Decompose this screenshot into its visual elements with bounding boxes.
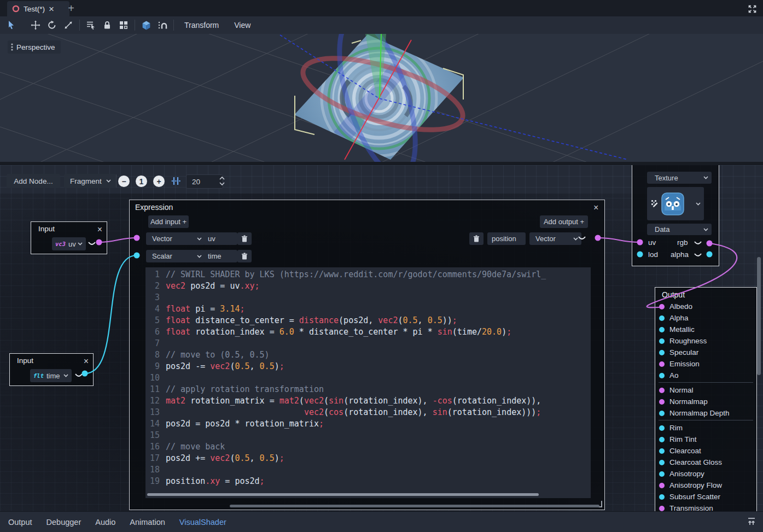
code-line[interactable]: 4float pi = 3.14; [145,303,591,315]
expand-panel-icon[interactable] [747,517,756,528]
input-node-time[interactable]: Input × flt time [9,353,94,386]
list-select-button[interactable] [83,18,99,32]
graph-vertical-scrollbar[interactable] [757,257,761,375]
fullscreen-icon[interactable] [747,3,758,14]
code-line[interactable]: 1// SWIRL SHADER by LKS (https://www.red… [145,269,591,280]
port-preview-icon[interactable] [578,236,586,241]
code-line[interactable]: 11// apply rotation transformation [145,384,591,395]
port-subsurf-scatter-in[interactable] [659,494,665,500]
port-emission-in[interactable] [659,361,665,367]
port-clearcoat-in[interactable] [659,448,665,454]
lock-button[interactable] [99,18,115,32]
code-line[interactable]: 7 [145,338,591,349]
port-roughness-in[interactable] [659,338,665,344]
bottom-tab-debugger[interactable]: Debugger [46,518,81,527]
code-line[interactable]: 16// move back [145,441,591,453]
port-metallic-in[interactable] [659,327,665,332]
delete-output-button[interactable] [469,232,484,245]
rotate-tool-button[interactable] [44,18,60,32]
chevron-down-icon[interactable] [696,202,701,206]
zoom-reset-button[interactable]: 1 [136,176,147,187]
transform-menu[interactable]: Transform [177,21,226,30]
snap-step-spinbox[interactable]: 20 [186,174,223,189]
select-tool-button[interactable] [3,18,20,32]
port-normalmap-depth-in[interactable] [659,411,665,416]
port-specular-in[interactable] [659,350,665,355]
perspective-menu[interactable]: Perspective [8,40,61,54]
port-normalmap-in[interactable] [659,399,665,405]
new-tab-button[interactable]: + [65,1,78,15]
visual-shader-graph[interactable]: Add Node... Fragment − 1 + 20 [0,165,763,511]
input-type-dropdown[interactable]: Vector [146,232,205,245]
code-line[interactable]: 15 [145,430,591,441]
port-preview-icon[interactable] [88,242,96,246]
local-space-button[interactable] [138,18,154,32]
graph-horizontal-scrollbar[interactable] [230,505,599,507]
close-icon[interactable]: × [97,225,102,234]
grid-snap-toggle[interactable] [171,176,181,188]
code-line[interactable]: 14pos2d = pos2d * rotation_matrix; [145,418,591,430]
port-transmission-in[interactable] [659,506,665,511]
zoom-in-button[interactable]: + [153,176,165,187]
code-line[interactable]: 12mat2 rotation_matrix = mat2(vec2(sin(r… [145,395,591,407]
code-line[interactable]: 9pos2d -= vec2(0.5, 0.5); [145,361,591,372]
code-line[interactable]: 19position.xy = pos2d; [145,476,591,487]
port-rim-tint-in[interactable] [659,437,665,442]
expression-node[interactable]: Expression × Add input + Add output + Ve… [129,200,605,510]
expression-code-editor[interactable]: 1// SWIRL SHADER by LKS (https://www.red… [145,267,591,498]
input-source-dropdown[interactable]: vc3 uv [52,237,86,250]
port-normal-in[interactable] [659,388,665,393]
bottom-tab-visualshader[interactable]: VisualShader [179,518,226,527]
code-line[interactable]: 10 [145,372,591,384]
code-line[interactable]: 3 [145,292,591,303]
tab-close-icon[interactable]: × [49,4,54,14]
close-icon[interactable]: × [84,357,89,366]
viewport-3d[interactable]: Perspective [0,34,763,162]
input-source-dropdown[interactable]: flt time [30,369,72,382]
input-type-dropdown[interactable]: Scalar [146,250,205,262]
close-icon[interactable]: × [593,203,598,212]
output-node[interactable]: Output AlbedoAlphaMetallicRoughnessSpecu… [655,287,757,511]
scale-tool-button[interactable] [60,18,77,32]
port-anisotropy-flow-in[interactable] [659,483,665,488]
bottom-tab-animation[interactable]: Animation [130,518,165,527]
zoom-out-button[interactable]: − [118,176,130,187]
port-anisotropy-in[interactable] [659,471,665,477]
code-line[interactable]: 18 [145,464,591,476]
delete-input-button[interactable] [237,232,252,245]
code-line[interactable]: 13 vec2(cos(rotation_index), sin(rotatio… [145,407,591,418]
code-line[interactable]: 17pos2d += vec2(0.5, 0.5); [145,453,591,464]
port-rim-in[interactable] [659,425,665,431]
scene-tab[interactable]: Test(*) × [7,1,69,16]
bottom-tab-output[interactable]: Output [8,518,32,527]
code-line[interactable]: 8// move to (0.5, 0.5) [145,349,591,361]
port-alpha-in[interactable] [659,315,665,321]
group-button[interactable] [115,18,132,32]
code-horizontal-scrollbar[interactable] [147,493,539,496]
port-preview-icon[interactable] [694,241,702,245]
texture-data-dropdown[interactable]: Data [647,224,712,235]
add-input-button[interactable]: Add input + [148,215,189,228]
input-name-field[interactable]: time [203,250,237,262]
view-menu[interactable]: View [226,21,258,30]
add-output-button[interactable]: Add output + [540,215,588,228]
add-node-button[interactable]: Add Node... [7,174,60,188]
bottom-tab-audio[interactable]: Audio [95,518,115,527]
code-line[interactable]: 2vec2 pos2d = uv.xy; [145,280,591,292]
code-line[interactable]: 6float rotation_index = 6.0 * distance_t… [145,326,591,338]
output-type-dropdown[interactable]: Vector [529,232,581,245]
code-line[interactable]: 5float distance_to_center = distance(pos… [145,315,591,326]
move-tool-button[interactable] [27,18,44,32]
output-name-field[interactable]: position [487,232,526,245]
port-preview-icon[interactable] [694,253,702,258]
input-name-field[interactable]: uv [203,232,237,245]
port-ao-in[interactable] [659,373,665,378]
snap-toggle-button[interactable] [154,18,171,32]
shader-stage-dropdown[interactable]: Fragment [64,174,116,188]
delete-input-button[interactable] [237,250,252,262]
snap-step-updown[interactable] [219,176,225,188]
port-albedo-in[interactable] [659,304,665,309]
input-node-uv[interactable]: Input × vc3 uv [31,221,107,254]
port-clearcoat-gloss-in[interactable] [659,460,665,465]
port-preview-icon[interactable] [75,373,83,378]
